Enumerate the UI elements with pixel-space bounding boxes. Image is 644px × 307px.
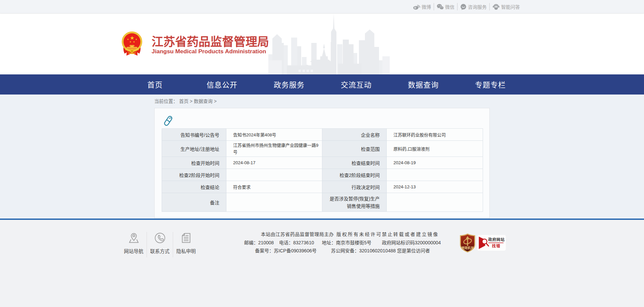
svg-text:党政机关: 党政机关 — [462, 246, 474, 250]
svg-text:政府网站: 政府网站 — [488, 237, 505, 242]
svg-text:找错: 找错 — [492, 244, 501, 248]
